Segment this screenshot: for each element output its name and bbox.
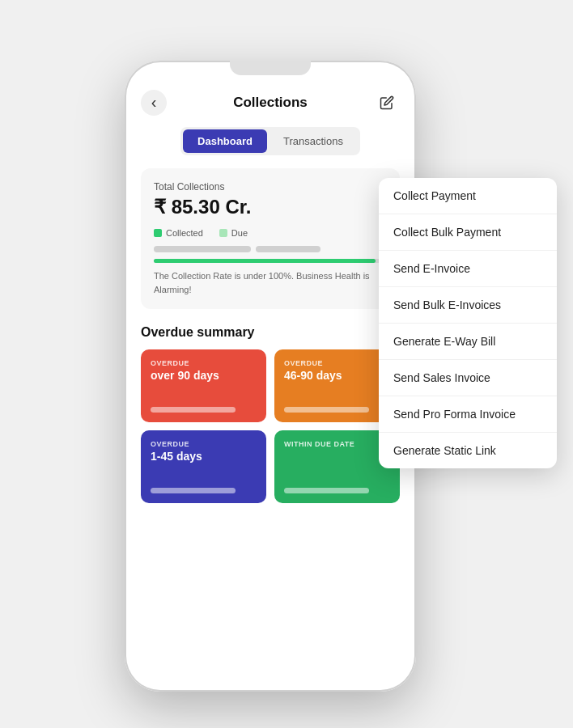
header: Collections bbox=[141, 83, 400, 127]
page-title: Collections bbox=[233, 95, 308, 111]
menu-item-generate-eway-bill[interactable]: Generate E-Way Bill bbox=[379, 324, 557, 360]
menu-item-send-einvoice[interactable]: Send E-Invoice bbox=[379, 251, 557, 287]
card-note: The Collection Rate is under 100%. Busin… bbox=[154, 269, 387, 296]
overdue-label-1to45: OVERDUE bbox=[151, 440, 257, 448]
menu-item-collect-payment[interactable]: Collect Payment bbox=[379, 178, 557, 214]
menu-item-send-sales-invoice[interactable]: Send Sales Invoice bbox=[379, 360, 557, 396]
overdue-bar-over90 bbox=[151, 407, 236, 413]
overdue-card-1to45[interactable]: OVERDUE 1-45 days bbox=[141, 430, 266, 503]
bar-collected bbox=[154, 246, 251, 252]
overdue-section-title: Overdue summary bbox=[141, 325, 400, 340]
overdue-label-over90: OVERDUE bbox=[151, 359, 257, 367]
legend-row: Collected Due bbox=[154, 228, 387, 238]
menu-item-send-proforma[interactable]: Send Pro Forma Invoice bbox=[379, 396, 557, 433]
back-button[interactable] bbox=[141, 90, 167, 116]
context-menu: Collect Payment Collect Bulk Payment Sen… bbox=[379, 178, 557, 468]
overdue-label-46to90: OVERDUE bbox=[284, 359, 390, 367]
overdue-card-over90[interactable]: OVERDUE over 90 days bbox=[141, 349, 266, 422]
due-label: Due bbox=[231, 228, 248, 238]
due-dot bbox=[219, 229, 227, 237]
legend-collected: Collected bbox=[154, 228, 203, 238]
collections-amount: ₹ 85.30 Cr. bbox=[154, 196, 387, 218]
overdue-grid: OVERDUE over 90 days OVERDUE 46-90 days … bbox=[141, 349, 400, 503]
legend-due: Due bbox=[219, 228, 248, 238]
overdue-days-46to90: 46-90 days bbox=[284, 369, 390, 382]
edit-button[interactable] bbox=[374, 90, 400, 116]
collected-dot bbox=[154, 229, 162, 237]
phone-content: Collections Dashboard Transactions Total… bbox=[125, 75, 416, 692]
phone-frame: Collections Dashboard Transactions Total… bbox=[125, 61, 416, 692]
collections-label: Total Collections bbox=[154, 181, 387, 193]
edit-icon bbox=[380, 95, 394, 110]
bar-container bbox=[154, 246, 387, 252]
bar-row bbox=[154, 246, 387, 252]
overdue-bar-1to45 bbox=[151, 488, 236, 493]
overdue-days-1to45: 1-45 days bbox=[151, 450, 257, 463]
progress-bar-outer bbox=[154, 259, 387, 263]
bar-due bbox=[256, 246, 320, 252]
tab-transactions[interactable]: Transactions bbox=[269, 129, 358, 153]
overdue-bar-46to90 bbox=[284, 407, 369, 413]
progress-bar-inner bbox=[154, 259, 376, 263]
phone-notch bbox=[230, 61, 311, 75]
overdue-label-withindue: WITHIN DUE DATE bbox=[284, 440, 390, 448]
collected-label: Collected bbox=[166, 228, 203, 238]
overdue-bar-withindue bbox=[284, 488, 369, 493]
overdue-days-over90: over 90 days bbox=[151, 369, 257, 382]
menu-item-generate-static-link[interactable]: Generate Static Link bbox=[379, 433, 557, 468]
tab-switcher: Dashboard Transactions bbox=[180, 127, 360, 155]
menu-item-send-bulk-einvoices[interactable]: Send Bulk E-Invoices bbox=[379, 287, 557, 324]
menu-item-collect-bulk-payment[interactable]: Collect Bulk Payment bbox=[379, 214, 557, 251]
collections-card: Total Collections ₹ 85.30 Cr. Collected … bbox=[141, 168, 400, 309]
tab-dashboard[interactable]: Dashboard bbox=[183, 129, 267, 153]
